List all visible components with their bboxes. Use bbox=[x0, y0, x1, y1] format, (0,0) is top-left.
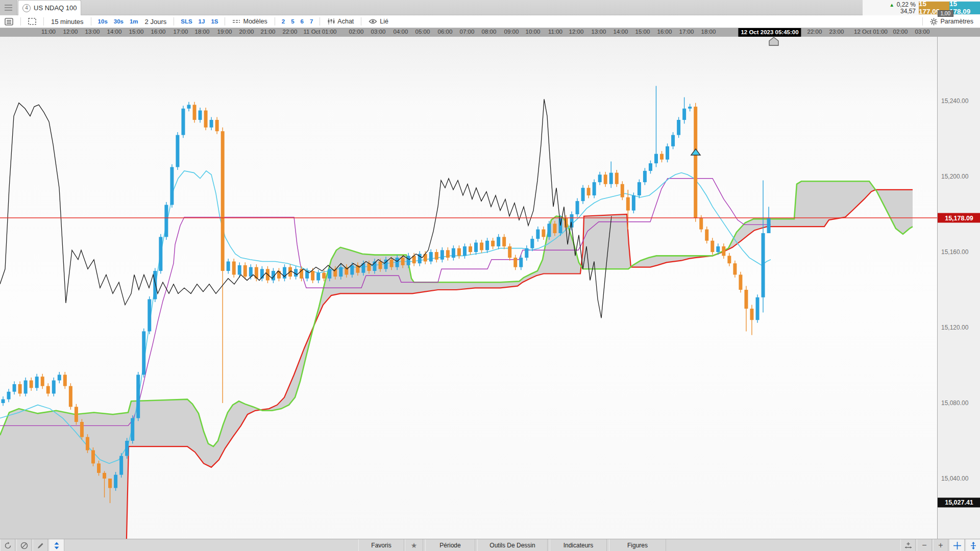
candle bbox=[35, 377, 39, 388]
candle bbox=[75, 407, 78, 422]
candlestick-icon bbox=[327, 18, 335, 25]
time-axis[interactable]: 11:0012:0013:0014:0015:0016:0017:0018:00… bbox=[0, 28, 980, 37]
preset-sls[interactable]: SLS bbox=[178, 15, 195, 28]
preset-1j[interactable]: 1J bbox=[195, 15, 208, 28]
timeframe-current[interactable]: 15 minutes bbox=[47, 15, 87, 28]
buy-price-button[interactable]: 15 178,09 bbox=[949, 2, 980, 14]
preset-1s[interactable]: 1S bbox=[208, 15, 221, 28]
candle bbox=[80, 422, 84, 437]
time-tick-label: 18:00 bbox=[701, 29, 716, 35]
candle bbox=[508, 246, 511, 258]
candle bbox=[609, 173, 613, 184]
candle bbox=[232, 262, 236, 275]
candle bbox=[170, 167, 174, 205]
indicators-button[interactable]: Indicateurs bbox=[550, 539, 607, 551]
chart-plot-area[interactable] bbox=[0, 37, 937, 539]
linked-button[interactable]: Lié bbox=[365, 15, 392, 28]
daily-change: ▲ 0,22 % 34,57 bbox=[863, 1, 916, 14]
candle bbox=[435, 252, 438, 260]
timeframe-30s[interactable]: 30s bbox=[111, 15, 127, 28]
candle bbox=[756, 297, 760, 320]
candle bbox=[136, 375, 140, 418]
layout-slot-7[interactable]: 7 bbox=[307, 15, 316, 28]
zoom-out-button[interactable]: − bbox=[917, 539, 932, 551]
time-tick-label: 22:00 bbox=[283, 29, 298, 35]
candle bbox=[469, 246, 472, 252]
trading-platform-window: 4 US NDAQ 100 ▲ 0,22 % 34,57 15 177,09 1… bbox=[0, 0, 980, 551]
candle bbox=[694, 107, 697, 218]
candle bbox=[18, 384, 22, 394]
settings-button[interactable]: Paramètres bbox=[926, 15, 977, 28]
candle bbox=[621, 184, 624, 197]
draw-button[interactable] bbox=[33, 539, 48, 551]
patterns-button[interactable]: Figures bbox=[609, 539, 666, 551]
time-tick-label: 17:00 bbox=[174, 29, 188, 35]
crosshair-icon bbox=[953, 542, 961, 549]
candle bbox=[215, 120, 219, 131]
layout-slot-6[interactable]: 6 bbox=[298, 15, 307, 28]
buy-order-button[interactable]: Achat bbox=[324, 15, 357, 28]
chart-canvas[interactable] bbox=[0, 37, 937, 539]
candle bbox=[193, 105, 197, 120]
candle bbox=[525, 248, 528, 258]
pan-zoom-icon bbox=[904, 542, 912, 549]
candle bbox=[716, 246, 720, 252]
candle bbox=[103, 473, 106, 479]
candle bbox=[108, 479, 112, 488]
watchlist-button[interactable] bbox=[1, 15, 17, 28]
models-button[interactable]: Modèles bbox=[229, 15, 271, 28]
zoom-in-button[interactable]: + bbox=[933, 539, 948, 551]
price-axis[interactable]: 15,240.0015,200.0015,160.0015,120.0015,0… bbox=[937, 37, 980, 539]
candle bbox=[705, 230, 708, 241]
candle bbox=[485, 241, 489, 251]
favorites-star-button[interactable]: ★ bbox=[405, 539, 423, 551]
time-tick-label: 06:00 bbox=[438, 29, 453, 35]
time-tick-label: 22:00 bbox=[807, 29, 822, 35]
price-tick-label: 15,200.00 bbox=[941, 173, 968, 180]
candle bbox=[762, 233, 765, 297]
main-menu-button[interactable] bbox=[0, 0, 17, 15]
time-tick-label: 23:00 bbox=[829, 29, 844, 35]
time-tick-label: 02:00 bbox=[893, 29, 908, 35]
candle bbox=[148, 299, 151, 332]
buy-signal-marker[interactable] bbox=[691, 149, 700, 155]
drawing-tools-button[interactable]: Outils De Dessin bbox=[477, 539, 548, 551]
candle bbox=[530, 239, 534, 248]
favorites-button[interactable]: Favoris bbox=[358, 539, 404, 551]
erase-button[interactable] bbox=[16, 539, 32, 551]
fit-vertical-button[interactable] bbox=[966, 539, 980, 551]
layout-slot-2[interactable]: 2 bbox=[279, 15, 288, 28]
ichimoku-cloud bbox=[0, 181, 913, 539]
candle bbox=[553, 224, 556, 234]
duration-select[interactable]: 2 Jours bbox=[141, 15, 170, 28]
candle bbox=[699, 218, 703, 229]
crosshair-button[interactable] bbox=[949, 539, 965, 551]
candle bbox=[58, 375, 61, 381]
layout-button[interactable] bbox=[24, 15, 40, 28]
candle bbox=[654, 154, 658, 164]
period-button[interactable]: Période bbox=[425, 539, 475, 551]
candle bbox=[249, 267, 253, 277]
timeframe-10s[interactable]: 10s bbox=[95, 15, 111, 28]
refresh-button[interactable] bbox=[0, 539, 15, 551]
candle bbox=[97, 463, 101, 473]
candle bbox=[227, 262, 230, 271]
layout-slot-5[interactable]: 5 bbox=[288, 15, 297, 28]
candle bbox=[671, 135, 675, 146]
pan-zoom-button[interactable] bbox=[900, 539, 916, 551]
time-tick-label: 12:00 bbox=[569, 29, 584, 35]
candle bbox=[91, 450, 95, 464]
price-scale-tool-button[interactable] bbox=[49, 539, 64, 551]
time-cursor-marker[interactable] bbox=[769, 37, 778, 45]
list-icon bbox=[5, 18, 13, 26]
tab-us-ndaq-100[interactable]: 4 US NDAQ 100 bbox=[18, 0, 81, 15]
kijun-line bbox=[0, 179, 771, 426]
candle bbox=[739, 274, 742, 290]
candle bbox=[322, 273, 326, 279]
candle bbox=[131, 418, 134, 441]
time-tick-label: 12 Oct 01:00 bbox=[854, 29, 888, 35]
candle bbox=[316, 273, 320, 281]
candle bbox=[176, 135, 179, 167]
timeframe-1m[interactable]: 1m bbox=[127, 15, 141, 28]
time-tick-label: 17:00 bbox=[679, 29, 694, 35]
